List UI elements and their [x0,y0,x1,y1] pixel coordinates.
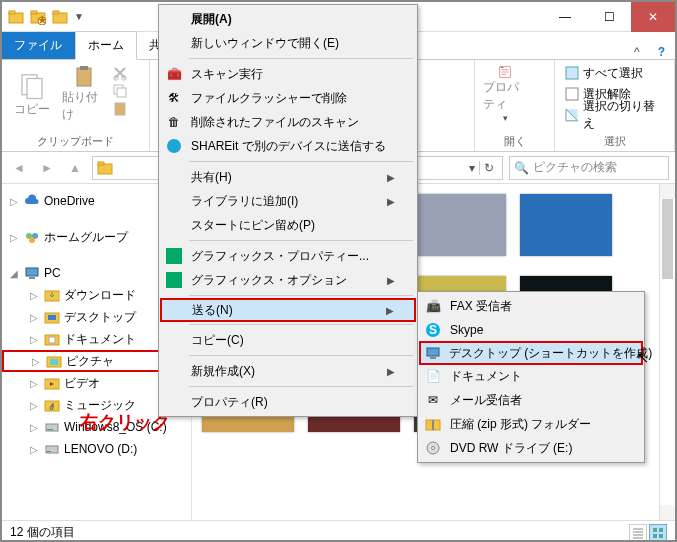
desktop-icon [44,309,60,325]
svg-point-24 [29,237,35,243]
nav-back-button[interactable]: ◄ [8,157,30,179]
zip-icon [424,415,442,433]
svg-rect-21 [98,162,104,165]
ctx-crusher[interactable]: 🛠ファイルクラッシャーで削除 [161,86,415,110]
sendto-skype[interactable]: SSkype [420,318,642,342]
tree-d-drive[interactable]: ▷LENOVO (D:) [2,438,191,460]
ribbon-group-clipboard: コピー 貼り付け クリップボード [2,60,150,151]
nav-up-button[interactable]: ▲ [64,157,86,179]
ctx-send-to[interactable]: 送る(N)▶ [160,298,416,322]
ribbon-group-open: プロパティ ▾ 開く [475,60,555,151]
ribbon-group-label: クリップボード [8,132,143,151]
view-toggle [629,524,667,542]
minimize-button[interactable]: — [543,2,587,32]
search-box[interactable]: 🔍 ピクチャの検索 [509,156,669,180]
sendto-documents[interactable]: 📄ドキュメント [420,364,642,388]
search-placeholder: ピクチャの検索 [533,159,617,176]
view-details-button[interactable] [629,524,647,542]
svg-rect-16 [115,103,125,115]
desktop-shortcut-icon [425,344,441,362]
folder-app-icon [8,9,24,25]
ctx-new[interactable]: 新規作成(X)▶ [161,359,415,383]
ctx-scan[interactable]: 🧰スキャン実行 [161,62,415,86]
svg-rect-15 [117,88,126,97]
thumbnail-item[interactable] [414,194,506,260]
pc-icon [24,265,40,281]
ctx-share[interactable]: 共有(H)▶ [161,165,415,189]
shareit-icon [165,137,183,155]
fax-icon: 📠 [424,297,442,315]
select-all-button[interactable]: すべて選択 [561,63,647,83]
select-all-icon [565,66,579,80]
address-dropdown-icon[interactable]: ▾ [469,161,475,175]
svg-rect-37 [47,429,53,430]
svg-rect-33 [50,359,58,365]
vertical-scrollbar[interactable] [659,184,675,520]
ctx-pin-start[interactable]: スタートにピン留め(P) [161,213,415,237]
ctx-new-window[interactable]: 新しいウィンドウで開く(E) [161,31,415,55]
ctx-gfx-prop[interactable]: グラフィックス・プロパティー... [161,244,415,268]
svg-rect-31 [49,337,55,343]
ribbon-group-select: すべて選択 選択解除 選択の切り替え 選択 [555,60,675,151]
svg-rect-49 [427,348,439,356]
mail-icon: ✉ [424,391,442,409]
ctx-properties[interactable]: プロパティ(R) [161,390,415,414]
sendto-zip[interactable]: 圧縮 (zip 形式) フォルダー [420,412,642,436]
view-thumbnails-button[interactable] [649,524,667,542]
ctx-expand[interactable]: 展開(A) [161,7,415,31]
svg-text:S: S [429,323,437,337]
svg-point-44 [167,139,181,153]
svg-rect-1 [9,11,15,14]
thumbnail-item[interactable] [520,194,612,260]
svg-rect-26 [29,277,35,279]
ctx-shareit[interactable]: SHAREit で別のデバイスに送信する [161,134,415,158]
refresh-button[interactable]: ↻ [479,161,498,175]
new-folder-icon[interactable]: ★ [30,9,46,25]
deleted-scan-icon: 🗑 [165,113,183,131]
ctx-gfx-opt[interactable]: グラフィックス・オプション▶ [161,268,415,292]
sendto-fax[interactable]: 📠FAX 受信者 [420,294,642,318]
annotation-right-click: 右クリック [80,410,170,434]
paste-button[interactable]: 貼り付け [60,63,108,125]
properties-button[interactable]: プロパティ ▾ [481,63,529,125]
copy-path-icon[interactable] [112,83,128,99]
details-view-icon [632,527,644,539]
item-count: 12 個の項目 [10,524,75,541]
nav-forward-button[interactable]: ► [36,157,58,179]
copy-button[interactable]: コピー [8,63,56,125]
select-invert-icon [565,108,579,122]
downloads-icon [44,287,60,303]
sendto-mail[interactable]: ✉メール受信者 [420,388,642,412]
thumb-view-icon [652,527,664,539]
tab-file[interactable]: ファイル [2,32,75,59]
cursor-icon: ↖ [636,348,649,367]
help-icon[interactable]: ? [648,45,675,59]
ctx-deleted-scan[interactable]: 🗑削除されたファイルのスキャン [161,110,415,134]
qat-dropdown-icon[interactable]: ▼ [74,11,84,22]
folder-icon[interactable] [52,9,68,25]
svg-rect-19 [566,88,578,100]
svg-rect-40 [653,528,657,532]
ctx-copy[interactable]: コピー(C) [161,328,415,352]
maximize-button[interactable]: ☐ [587,2,631,32]
thumbnail-image [520,194,612,256]
close-button[interactable]: ✕ [631,2,675,32]
ribbon-collapse-icon[interactable]: ^ [626,45,648,59]
tab-home[interactable]: ホーム [75,31,137,60]
crusher-icon: 🛠 [165,89,183,107]
sendto-desktop-shortcut[interactable]: デスクトップ (ショートカットを作成) [419,341,643,365]
scrollbar-thumb[interactable] [662,199,673,279]
status-bar: 12 個の項目 [2,520,675,542]
scan-icon: 🧰 [165,65,183,83]
select-invert-button[interactable]: 選択の切り替え [561,105,668,125]
svg-rect-39 [47,451,51,452]
sendto-dvd[interactable]: DVD RW ドライブ (E:) [420,436,642,460]
skype-icon: S [424,321,442,339]
cut-icon[interactable] [112,65,128,81]
ctx-add-library[interactable]: ライブラリに追加(I)▶ [161,189,415,213]
svg-rect-10 [77,68,91,86]
homegroup-icon [24,229,40,245]
copy-icon [17,71,47,101]
paste-shortcut-icon[interactable] [112,101,128,117]
svg-point-54 [432,447,435,450]
